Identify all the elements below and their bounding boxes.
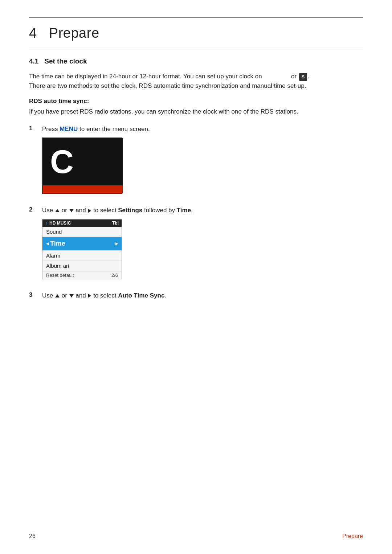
- triangle-up-icon-2: [55, 209, 60, 212]
- rds-desc: If you have preset RDS radio stations, y…: [29, 107, 363, 116]
- menu-screen-main: C: [43, 138, 123, 185]
- step-2-row: 2 Use or and to select Settings followed…: [29, 206, 363, 284]
- triangle-right-icon-2: [88, 209, 91, 213]
- settings-menu-footer: Reset default 2/6: [42, 271, 122, 279]
- menu-screen-bar: [43, 185, 123, 193]
- step-1-content: Press MENU to enter the menu screen. C: [42, 124, 363, 199]
- section-rule: [29, 49, 363, 49]
- menu-item-sound: Sound: [42, 227, 122, 237]
- step-3-number: 3: [29, 291, 42, 299]
- menu-header-right: Tbl: [112, 221, 119, 226]
- page-container: 4 Prepare 4.1 Set the clock The time can…: [0, 0, 392, 340]
- step-2-text: Use or and to select Settings followed b…: [42, 206, 363, 215]
- step-1-row: 1 Press MENU to enter the menu screen. C: [29, 124, 363, 199]
- settings-menu-header: ♪ HD MUSIC Tbl: [42, 219, 122, 227]
- menu-selected-label: Time: [50, 240, 115, 247]
- step-3-row: 3 Use or and to select Auto Time Sync.: [29, 291, 363, 304]
- menu-footer-left: Reset default: [46, 272, 74, 278]
- intro-paragraph: The time can be displayed in 24-hour or …: [29, 72, 363, 91]
- triangle-up-icon-3: [55, 294, 60, 297]
- menu-screen-image: C: [42, 138, 122, 194]
- settings-keyword: Settings: [118, 207, 142, 214]
- footer-bar: 26 Prepare: [29, 533, 363, 539]
- triangle-down-icon-2: [69, 209, 74, 212]
- triangle-down-icon-3: [69, 294, 74, 297]
- step-2-content: Use or and to select Settings followed b…: [42, 206, 363, 284]
- triangle-right-icon-3: [88, 294, 91, 298]
- arrow-left-icon: ◂: [46, 241, 49, 246]
- menu-keyword: MENU: [60, 126, 78, 132]
- menu-footer-right: 2/6: [111, 272, 118, 278]
- step-1-number: 1: [29, 124, 42, 132]
- s-icon: S: [299, 73, 307, 81]
- menu-item-alarm: Alarm: [42, 251, 122, 261]
- menu-header-label: HD MUSIC: [49, 221, 71, 226]
- auto-time-sync-keyword: Auto Time Sync: [118, 292, 164, 299]
- chapter-title: 4 Prepare: [29, 25, 363, 41]
- settings-menu-image: ♪ HD MUSIC Tbl Sound ◂ Time ▸ Alarm Albu…: [42, 219, 122, 279]
- step-3-text: Use or and to select Auto Time Sync.: [42, 291, 363, 300]
- page-number: 26: [29, 533, 36, 539]
- top-rule: [29, 17, 363, 18]
- menu-screen-c-letter: C: [50, 145, 74, 178]
- step-2-number: 2: [29, 206, 42, 213]
- menu-item-time-selected: ◂ Time ▸: [42, 237, 122, 251]
- arrow-right-icon: ▸: [115, 241, 118, 246]
- section-heading: 4.1 Set the clock: [29, 57, 363, 65]
- step-3-content: Use or and to select Auto Time Sync.: [42, 291, 363, 304]
- or-word: or: [291, 73, 297, 80]
- menu-item-albumart: Album art: [42, 261, 122, 271]
- time-keyword: Time: [177, 207, 191, 214]
- footer-chapter-label: Prepare: [342, 533, 363, 539]
- music-note-icon: ♪: [45, 221, 48, 226]
- step-1-text: Press MENU to enter the menu screen.: [42, 124, 363, 134]
- rds-heading: RDS auto time sync:: [29, 98, 363, 105]
